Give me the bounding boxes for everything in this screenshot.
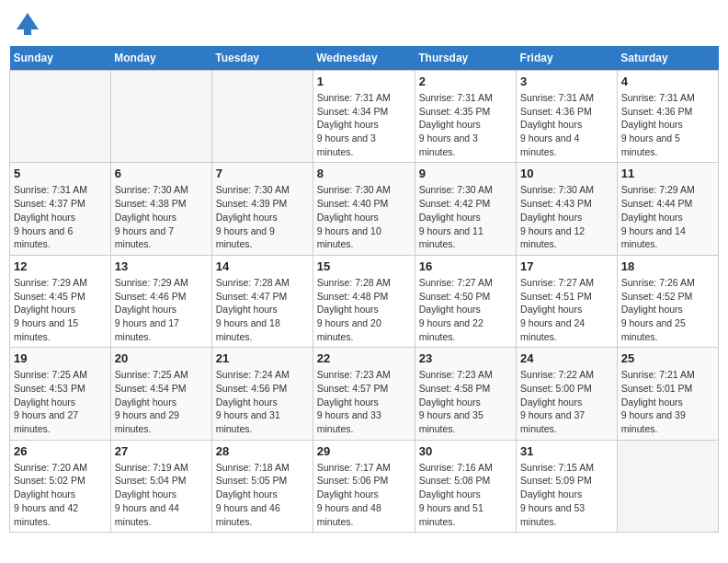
day-cell (10, 71, 111, 163)
day-info: Sunrise: 7:20 AMSunset: 5:02 PMDaylight … (14, 461, 107, 528)
day-number: 30 (419, 444, 512, 458)
header-cell-monday: Monday (110, 46, 211, 71)
header-cell-tuesday: Tuesday (211, 46, 313, 71)
day-cell: 27Sunrise: 7:19 AMSunset: 5:04 PMDayligh… (110, 440, 211, 532)
day-info: Sunrise: 7:30 AMSunset: 4:42 PMDaylight … (419, 183, 512, 250)
day-number: 18 (621, 259, 714, 273)
day-number: 23 (419, 351, 512, 365)
day-info: Sunrise: 7:25 AMSunset: 4:54 PMDaylight … (115, 368, 208, 435)
day-info: Sunrise: 7:31 AMSunset: 4:36 PMDaylight … (621, 91, 714, 158)
day-cell: 16Sunrise: 7:27 AMSunset: 4:50 PMDayligh… (415, 255, 516, 347)
day-cell: 12Sunrise: 7:29 AMSunset: 4:45 PMDayligh… (10, 255, 111, 347)
day-cell (211, 71, 313, 163)
calendar-table: SundayMondayTuesdayWednesdayThursdayFrid… (9, 46, 719, 533)
day-cell: 7Sunrise: 7:30 AMSunset: 4:39 PMDaylight… (211, 163, 313, 255)
day-number: 14 (216, 259, 309, 273)
day-cell: 26Sunrise: 7:20 AMSunset: 5:02 PMDayligh… (10, 440, 111, 532)
logo-icon (13, 9, 42, 39)
day-number: 3 (520, 75, 613, 88)
week-row-4: 26Sunrise: 7:20 AMSunset: 5:02 PMDayligh… (10, 440, 719, 532)
day-cell: 18Sunrise: 7:26 AMSunset: 4:52 PMDayligh… (617, 255, 718, 347)
logo (13, 9, 46, 39)
day-cell: 28Sunrise: 7:18 AMSunset: 5:05 PMDayligh… (211, 440, 313, 532)
day-info: Sunrise: 7:16 AMSunset: 5:08 PMDaylight … (419, 461, 512, 528)
day-info: Sunrise: 7:28 AMSunset: 4:47 PMDaylight … (216, 276, 309, 343)
day-number: 15 (317, 259, 411, 273)
day-info: Sunrise: 7:30 AMSunset: 4:43 PMDaylight … (520, 183, 613, 250)
day-number: 16 (419, 259, 512, 273)
day-cell: 29Sunrise: 7:17 AMSunset: 5:06 PMDayligh… (313, 440, 415, 532)
day-cell: 4Sunrise: 7:31 AMSunset: 4:36 PMDaylight… (617, 71, 718, 163)
week-row-2: 12Sunrise: 7:29 AMSunset: 4:45 PMDayligh… (10, 255, 719, 347)
day-number: 28 (216, 444, 309, 458)
day-cell: 6Sunrise: 7:30 AMSunset: 4:38 PMDaylight… (110, 163, 211, 255)
day-info: Sunrise: 7:29 AMSunset: 4:46 PMDaylight … (115, 276, 208, 343)
header-row: SundayMondayTuesdayWednesdayThursdayFrid… (10, 46, 719, 71)
day-cell: 19Sunrise: 7:25 AMSunset: 4:53 PMDayligh… (10, 348, 111, 440)
day-number: 13 (115, 259, 208, 273)
day-info: Sunrise: 7:26 AMSunset: 4:52 PMDaylight … (621, 276, 714, 343)
day-cell: 14Sunrise: 7:28 AMSunset: 4:47 PMDayligh… (211, 255, 313, 347)
day-cell: 31Sunrise: 7:15 AMSunset: 5:09 PMDayligh… (517, 440, 618, 532)
day-cell: 2Sunrise: 7:31 AMSunset: 4:35 PMDaylight… (415, 71, 516, 163)
day-info: Sunrise: 7:31 AMSunset: 4:34 PMDaylight … (317, 91, 411, 158)
day-cell: 30Sunrise: 7:16 AMSunset: 5:08 PMDayligh… (415, 440, 516, 532)
day-number: 29 (317, 444, 411, 458)
header-cell-wednesday: Wednesday (313, 46, 415, 71)
svg-rect-1 (24, 29, 31, 35)
day-cell: 20Sunrise: 7:25 AMSunset: 4:54 PMDayligh… (110, 348, 211, 440)
day-cell: 11Sunrise: 7:29 AMSunset: 4:44 PMDayligh… (617, 163, 718, 255)
day-info: Sunrise: 7:15 AMSunset: 5:09 PMDaylight … (520, 461, 613, 528)
day-cell: 5Sunrise: 7:31 AMSunset: 4:37 PMDaylight… (10, 163, 111, 255)
day-number: 5 (14, 167, 107, 180)
day-cell: 15Sunrise: 7:28 AMSunset: 4:48 PMDayligh… (313, 255, 415, 347)
day-number: 11 (621, 167, 714, 180)
day-number: 12 (14, 259, 107, 273)
day-info: Sunrise: 7:22 AMSunset: 5:00 PMDaylight … (520, 368, 613, 435)
day-number: 21 (216, 351, 309, 365)
day-info: Sunrise: 7:27 AMSunset: 4:51 PMDaylight … (520, 276, 613, 343)
day-cell: 21Sunrise: 7:24 AMSunset: 4:56 PMDayligh… (211, 348, 313, 440)
day-cell: 23Sunrise: 7:23 AMSunset: 4:58 PMDayligh… (415, 348, 516, 440)
day-number: 9 (419, 167, 512, 180)
day-cell: 22Sunrise: 7:23 AMSunset: 4:57 PMDayligh… (313, 348, 415, 440)
day-info: Sunrise: 7:17 AMSunset: 5:06 PMDaylight … (317, 461, 411, 528)
day-info: Sunrise: 7:29 AMSunset: 4:44 PMDaylight … (621, 183, 714, 250)
day-number: 24 (520, 351, 613, 365)
day-number: 22 (317, 351, 411, 365)
day-cell: 24Sunrise: 7:22 AMSunset: 5:00 PMDayligh… (517, 348, 618, 440)
day-info: Sunrise: 7:31 AMSunset: 4:37 PMDaylight … (14, 183, 107, 250)
day-info: Sunrise: 7:18 AMSunset: 5:05 PMDaylight … (216, 461, 309, 528)
day-cell: 1Sunrise: 7:31 AMSunset: 4:34 PMDaylight… (313, 71, 415, 163)
day-cell: 9Sunrise: 7:30 AMSunset: 4:42 PMDaylight… (415, 163, 516, 255)
week-row-1: 5Sunrise: 7:31 AMSunset: 4:37 PMDaylight… (10, 163, 719, 255)
header-cell-sunday: Sunday (10, 46, 111, 71)
day-number: 10 (520, 167, 613, 180)
day-number: 2 (419, 75, 512, 88)
day-cell: 13Sunrise: 7:29 AMSunset: 4:46 PMDayligh… (110, 255, 211, 347)
day-number: 19 (14, 351, 107, 365)
day-cell: 8Sunrise: 7:30 AMSunset: 4:40 PMDaylight… (313, 163, 415, 255)
day-number: 20 (115, 351, 208, 365)
week-row-0: 1Sunrise: 7:31 AMSunset: 4:34 PMDaylight… (10, 71, 719, 163)
day-cell: 3Sunrise: 7:31 AMSunset: 4:36 PMDaylight… (517, 71, 618, 163)
day-info: Sunrise: 7:31 AMSunset: 4:35 PMDaylight … (419, 91, 512, 158)
day-cell: 17Sunrise: 7:27 AMSunset: 4:51 PMDayligh… (517, 255, 618, 347)
day-info: Sunrise: 7:24 AMSunset: 4:56 PMDaylight … (216, 368, 309, 435)
header-cell-saturday: Saturday (617, 46, 718, 71)
header-cell-thursday: Thursday (415, 46, 516, 71)
day-cell (617, 440, 718, 532)
day-cell (110, 71, 211, 163)
day-info: Sunrise: 7:30 AMSunset: 4:40 PMDaylight … (317, 183, 411, 250)
day-number: 8 (317, 167, 411, 180)
day-number: 25 (621, 351, 714, 365)
day-info: Sunrise: 7:23 AMSunset: 4:57 PMDaylight … (317, 368, 411, 435)
day-info: Sunrise: 7:27 AMSunset: 4:50 PMDaylight … (419, 276, 512, 343)
day-info: Sunrise: 7:23 AMSunset: 4:58 PMDaylight … (419, 368, 512, 435)
day-cell: 10Sunrise: 7:30 AMSunset: 4:43 PMDayligh… (517, 163, 618, 255)
page-header (9, 9, 719, 39)
day-number: 17 (520, 259, 613, 273)
day-info: Sunrise: 7:31 AMSunset: 4:36 PMDaylight … (520, 91, 613, 158)
day-number: 4 (621, 75, 714, 88)
day-info: Sunrise: 7:25 AMSunset: 4:53 PMDaylight … (14, 368, 107, 435)
